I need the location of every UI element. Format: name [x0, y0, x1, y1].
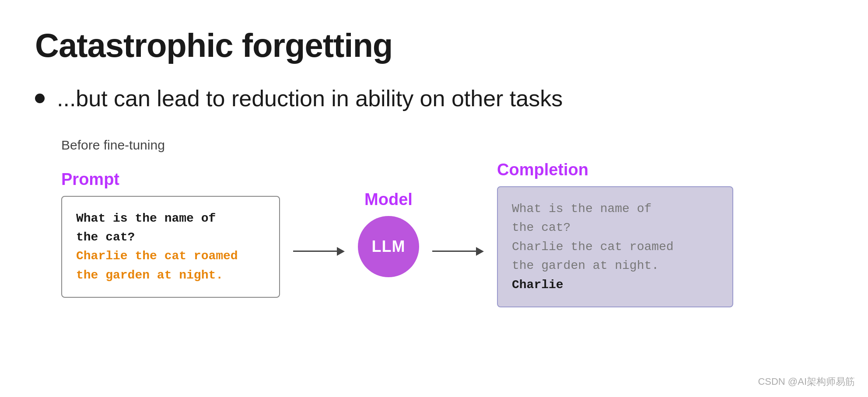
completion-column: Completion What is the name of the cat? … — [497, 160, 733, 307]
arrow1-head — [337, 247, 345, 256]
model-column: Model LLM — [358, 190, 419, 277]
bullet-text: ...but can lead to reduction in ability … — [57, 85, 563, 111]
diagram-row: Prompt What is the name of the cat? Char… — [61, 160, 833, 307]
completion-box: What is the name of the cat? Charlie the… — [497, 186, 733, 307]
prompt-label: Prompt — [61, 170, 119, 189]
arrow2-container — [419, 247, 497, 256]
arrow2-line — [432, 251, 476, 252]
prompt-line4: the garden at night. — [76, 268, 223, 282]
prompt-line3: Charlie the cat roamed — [76, 249, 238, 263]
arrow1-line — [293, 251, 337, 252]
arrow2 — [432, 247, 484, 256]
completion-line3: Charlie the cat roamed — [512, 240, 674, 254]
completion-line2: the cat? — [512, 221, 570, 234]
bullet-section: ...but can lead to reduction in ability … — [35, 85, 833, 111]
watermark: CSDN @AI架构师易筋 — [758, 375, 855, 388]
arrow1-container — [280, 247, 358, 256]
bullet-dot — [35, 94, 45, 103]
completion-line4: the garden at night. — [512, 259, 659, 272]
prompt-column: Prompt What is the name of the cat? Char… — [61, 170, 280, 298]
slide: Catastrophic forgetting ...but can lead … — [0, 0, 868, 397]
slide-title: Catastrophic forgetting — [35, 26, 833, 64]
completion-line1: What is the name of — [512, 202, 651, 216]
arrow2-head — [476, 247, 484, 256]
prompt-line2: the cat? — [76, 230, 135, 244]
completion-line5: Charlie — [512, 278, 564, 292]
before-tuning-label: Before fine-tuning — [61, 138, 833, 153]
completion-label: Completion — [497, 160, 588, 179]
llm-circle: LLM — [358, 216, 419, 277]
arrow1 — [293, 247, 345, 256]
model-label: Model — [364, 190, 413, 209]
prompt-line1: What is the name of — [76, 212, 216, 225]
prompt-box: What is the name of the cat? Charlie the… — [61, 196, 280, 298]
